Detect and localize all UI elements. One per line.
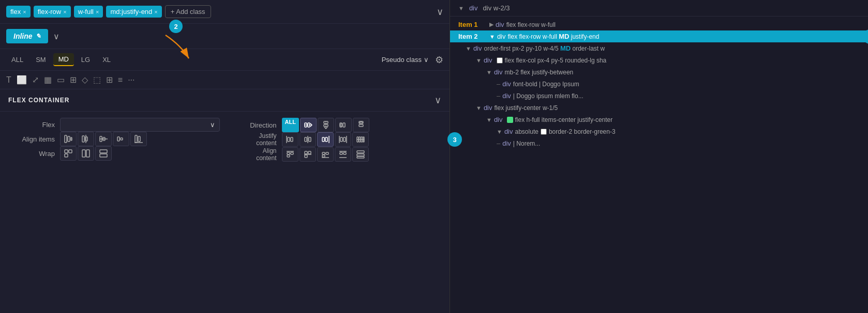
- align-content-icon-1[interactable]: [282, 147, 298, 162]
- tree-row-norem[interactable]: – div | Norem...: [450, 137, 868, 149]
- wrap-icon-2[interactable]: [78, 146, 94, 161]
- align-content-icon-5[interactable]: [352, 147, 369, 162]
- diamond-tool-icon[interactable]: ◇: [82, 75, 88, 85]
- border-tool-icon[interactable]: ▭: [57, 75, 65, 85]
- select-tool-icon[interactable]: ⬚: [93, 75, 101, 85]
- breakpoints-row: ALL SM MD LG XL Pseudo class ∨ ⚙: [0, 49, 450, 71]
- tree-row-flex-justify[interactable]: ▼ div flex justify-center w-1/5: [450, 102, 868, 114]
- edit-icon: ✎: [36, 33, 41, 40]
- svg-rect-19: [86, 150, 89, 157]
- settings-icon-button[interactable]: ⚙: [435, 54, 443, 66]
- box-tool-icon[interactable]: ⬜: [17, 75, 27, 85]
- properties-area: Flex ∨ Align items: [0, 112, 450, 168]
- justify-icon-4[interactable]: [335, 132, 351, 147]
- justify-icon-1[interactable]: [282, 132, 298, 147]
- left-panel: flex × flex-row × w-full × md:justify-en…: [0, 0, 450, 313]
- flex-container-section-header: FLEX CONTAINER ∨: [0, 89, 450, 112]
- pattern-tool-icon[interactable]: ▦: [44, 75, 52, 85]
- tag-md-justify-end: md:justify-end ×: [106, 6, 161, 18]
- align-items-icon-2[interactable]: [78, 132, 94, 146]
- tree-row-item2[interactable]: Item 2 ▼ div flex flex-row w-full MD jus…: [450, 30, 868, 42]
- justify-icon-5[interactable]: [352, 132, 369, 147]
- tree-row-absolute[interactable]: ▼ div absolute border-2 border-green-3: [450, 126, 868, 137]
- flex-justify-classes: flex justify-center w-1/5: [495, 104, 558, 112]
- direction-all-tag: ALL: [282, 118, 299, 132]
- wrap-icon-3[interactable]: [95, 146, 112, 161]
- svg-rect-60: [326, 152, 328, 154]
- tree-body: Item 1 ▶ div flex flex-row w-full Item 2…: [450, 17, 868, 151]
- pseudo-class-button[interactable]: Pseudo class ∨: [382, 56, 429, 64]
- list-tool-icon[interactable]: ≡: [118, 75, 123, 85]
- inline-button[interactable]: Inline ✎: [6, 29, 48, 43]
- direction-icon-col[interactable]: [318, 118, 334, 132]
- tree-row-item1[interactable]: Item 1 ▶ div flex flex-row w-full: [450, 19, 868, 30]
- grid-tool-icon[interactable]: ⊞: [70, 75, 77, 85]
- add-class-button[interactable]: + Add class: [165, 5, 211, 18]
- dash-3: –: [497, 139, 500, 147]
- justify-icon-3[interactable]: [317, 132, 334, 147]
- svg-rect-51: [287, 152, 290, 154]
- tree-row-mb2[interactable]: ▼ div mb-2 flex justify-between: [450, 66, 868, 78]
- tree-row-order-first[interactable]: ▼ div order-first px-2 py-10 w-4/5 MD or…: [450, 42, 868, 54]
- wrap-icon-1[interactable]: [60, 146, 77, 161]
- transform-tool-icon[interactable]: ⤢: [32, 75, 39, 85]
- direction-icon-row-rev[interactable]: [335, 118, 352, 132]
- inline-dropdown[interactable]: ∨: [53, 32, 59, 41]
- align-items-icon-1[interactable]: [60, 132, 77, 146]
- justify-icon-2[interactable]: [300, 132, 316, 147]
- align-content-label: Aligncontent: [230, 147, 277, 162]
- add-class-label: + Add class: [171, 8, 205, 15]
- mb2-classes: mb-2 flex justify-between: [505, 69, 574, 76]
- align-content-icon-3[interactable]: [317, 147, 334, 162]
- absolute-chevron: ▼: [497, 129, 502, 135]
- tree-row-doggo-1[interactable]: – div font-bold | Doggo Ipsum: [450, 78, 868, 90]
- tag-md-justify-end-close[interactable]: ×: [154, 9, 157, 15]
- bp-md[interactable]: MD: [53, 53, 74, 66]
- flex-select[interactable]: ∨: [60, 118, 220, 132]
- direction-icon-row[interactable]: [300, 118, 317, 132]
- svg-rect-66: [357, 151, 364, 153]
- bp-lg[interactable]: LG: [76, 54, 95, 66]
- item2-label: Item 2: [458, 33, 489, 40]
- align-items-icon-4[interactable]: [113, 132, 129, 146]
- tags-chevron-button[interactable]: ∨: [437, 6, 443, 18]
- tree-row-doggo-2[interactable]: – div | Doggo ipsum mlem flo...: [450, 90, 868, 102]
- absolute-swatch: [541, 129, 547, 135]
- bp-xl[interactable]: XL: [97, 54, 116, 66]
- align-content-icon-2[interactable]: [300, 147, 316, 162]
- tag-flex-close[interactable]: ×: [23, 9, 26, 15]
- tag-flex-row-close[interactable]: ×: [63, 9, 66, 15]
- flex-hfull-chevron: ▼: [486, 117, 492, 123]
- dash-1: –: [497, 80, 500, 88]
- tree-row-flex-hfull[interactable]: ▼ div flex h-full items-center justify-c…: [450, 114, 868, 126]
- left-column: Flex ∨ Align items: [8, 118, 220, 162]
- align-content-icon-4[interactable]: [335, 147, 351, 162]
- justify-content-row: Justifycontent: [230, 132, 442, 147]
- norem-tag: div: [502, 139, 511, 147]
- more-tool-icon[interactable]: ···: [128, 75, 134, 85]
- svg-rect-37: [309, 137, 311, 142]
- section-chevron-button[interactable]: ∨: [435, 95, 441, 106]
- doggo1-classes: font-bold | Doggo Ipsum: [513, 81, 579, 88]
- mb2-tag: div: [494, 68, 503, 76]
- tag-flex-label: flex: [10, 8, 21, 15]
- bp-sm[interactable]: SM: [31, 54, 51, 66]
- svg-rect-4: [82, 136, 84, 142]
- tag-flex-row: flex-row ×: [34, 6, 71, 18]
- right-panel: ▼ div div w-2/3 Item 1 ▶ div flex flex-r…: [450, 0, 868, 313]
- table-tool-icon[interactable]: ⊞: [106, 75, 113, 85]
- flex-col-tag: div: [484, 56, 492, 64]
- align-items-row: Align items: [8, 132, 220, 146]
- direction-icon-col-rev[interactable]: [353, 118, 369, 132]
- justify-content-icons: [282, 132, 369, 147]
- item2-chevron: ▼: [489, 34, 495, 40]
- tag-w-full-close[interactable]: ×: [96, 9, 99, 15]
- text-tool-icon[interactable]: T: [6, 75, 11, 85]
- tree-header-kw: div: [469, 4, 478, 12]
- bp-all[interactable]: ALL: [6, 54, 28, 66]
- align-items-icon-5[interactable]: [130, 132, 147, 146]
- tree-row-flex-col[interactable]: ▼ div flex flex-col px-4 py-5 rounded-lg…: [450, 54, 868, 66]
- two-columns: Flex ∨ Align items: [8, 118, 441, 162]
- align-items-icon-3[interactable]: [95, 132, 112, 146]
- svg-rect-59: [322, 152, 325, 154]
